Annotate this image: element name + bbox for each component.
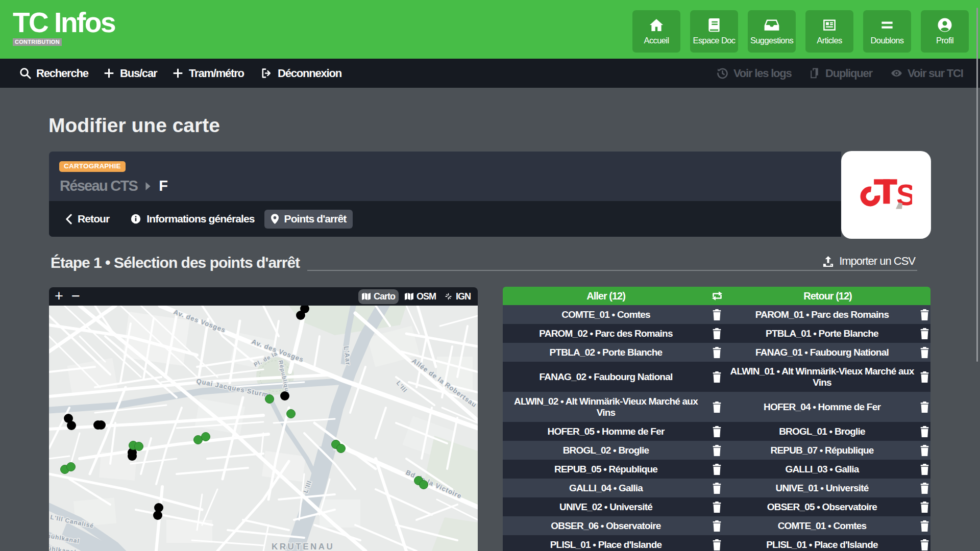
svg-text:KRUTENAU: KRUTENAU xyxy=(272,542,334,551)
